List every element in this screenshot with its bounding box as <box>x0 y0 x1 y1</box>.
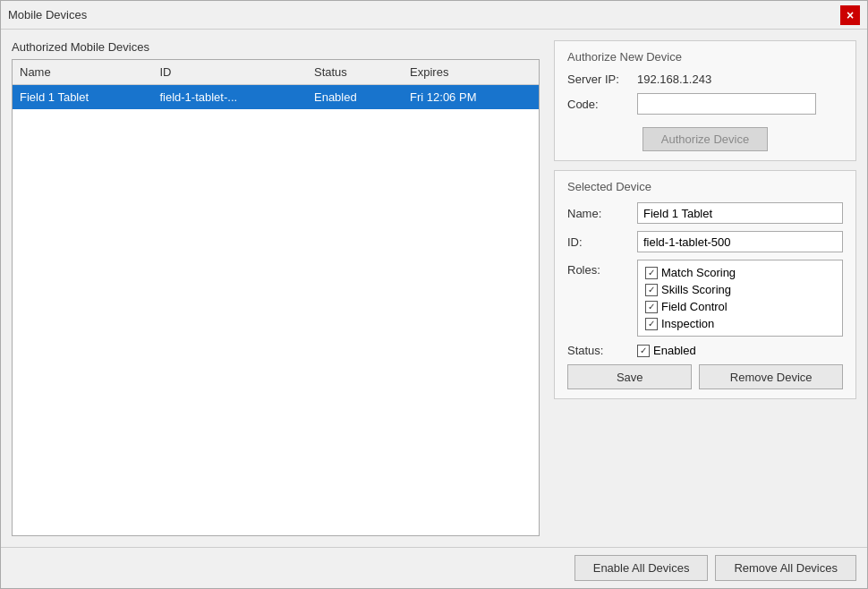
device-table: Name ID Status Expires Field 1 Tabletfie… <box>13 60 539 109</box>
right-panel: Authorize New Device Server IP: 192.168.… <box>554 40 856 536</box>
status-checkbox-container: ✓ Enabled <box>637 344 696 357</box>
device-name-input[interactable] <box>637 202 843 224</box>
device-id-input[interactable] <box>637 231 843 252</box>
authorize-section-title: Authorize New Device <box>567 50 843 64</box>
role-item: ✓Field Control <box>645 300 835 313</box>
server-ip-value: 192.168.1.243 <box>637 73 711 86</box>
left-panel: Authorized Mobile Devices Name ID Status… <box>12 40 540 536</box>
device-table-body: Field 1 Tabletfield-1-tablet-...EnabledF… <box>13 85 539 110</box>
role-checkbox[interactable]: ✓ <box>645 318 658 330</box>
status-value: Enabled <box>653 344 696 357</box>
mobile-devices-window: Mobile Devices × Authorized Mobile Devic… <box>0 0 868 589</box>
device-name-row: Name: <box>567 202 843 224</box>
server-ip-row: Server IP: 192.168.1.243 <box>567 73 843 86</box>
role-label: Match Scoring <box>661 266 736 279</box>
table-header-row: Name ID Status Expires <box>13 60 539 85</box>
window-title: Mobile Devices <box>8 8 87 21</box>
footer-buttons: Enable All Devices Remove All Devices <box>1 547 867 588</box>
col-expires: Expires <box>403 60 539 85</box>
code-label: Code: <box>567 98 630 111</box>
col-status: Status <box>307 60 403 85</box>
table-row[interactable]: Field 1 Tabletfield-1-tablet-...EnabledF… <box>13 85 539 110</box>
save-button[interactable]: Save <box>567 364 692 389</box>
col-name: Name <box>13 60 152 85</box>
device-name-label: Name: <box>567 207 630 220</box>
role-label: Inspection <box>661 317 714 330</box>
close-button[interactable]: × <box>840 5 860 25</box>
cell-status: Enabled <box>307 85 403 110</box>
server-ip-label: Server IP: <box>567 73 630 86</box>
title-bar: Mobile Devices × <box>1 1 867 30</box>
col-id: ID <box>152 60 307 85</box>
role-checkbox[interactable]: ✓ <box>645 284 658 296</box>
remove-all-button[interactable]: Remove All Devices <box>715 555 856 581</box>
role-label: Field Control <box>661 300 728 313</box>
remove-device-button[interactable]: Remove Device <box>699 364 843 389</box>
role-item: ✓Skills Scoring <box>645 283 835 296</box>
action-buttons: Save Remove Device <box>567 364 843 389</box>
cell-name: Field 1 Tablet <box>13 85 152 110</box>
selected-device-section: Selected Device Name: ID: Roles: ✓Match … <box>554 170 856 399</box>
code-row: Code: <box>567 93 843 115</box>
authorized-devices-title: Authorized Mobile Devices <box>12 40 540 54</box>
roles-box: ✓Match Scoring✓Skills Scoring✓Field Cont… <box>637 260 843 337</box>
cell-expires: Fri 12:06 PM <box>403 85 539 110</box>
status-row: Status: ✓ Enabled <box>567 344 843 357</box>
main-content: Authorized Mobile Devices Name ID Status… <box>1 30 867 547</box>
role-label: Skills Scoring <box>661 283 731 296</box>
status-checkbox[interactable]: ✓ <box>637 345 650 357</box>
code-input[interactable] <box>637 93 816 115</box>
role-checkbox[interactable]: ✓ <box>645 267 658 279</box>
role-checkbox[interactable]: ✓ <box>645 301 658 313</box>
device-id-label: ID: <box>567 235 630 249</box>
device-id-row: ID: <box>567 231 843 252</box>
selected-device-title: Selected Device <box>567 180 843 193</box>
status-label: Status: <box>567 344 630 357</box>
role-item: ✓Inspection <box>645 317 835 330</box>
authorize-device-button[interactable]: Authorize Device <box>642 127 768 151</box>
roles-label: Roles: <box>567 260 630 277</box>
roles-row-container: Roles: ✓Match Scoring✓Skills Scoring✓Fie… <box>567 260 843 337</box>
authorize-section: Authorize New Device Server IP: 192.168.… <box>554 40 856 161</box>
enable-all-button[interactable]: Enable All Devices <box>574 555 709 581</box>
device-table-container: Name ID Status Expires Field 1 Tabletfie… <box>12 59 540 536</box>
cell-id: field-1-tablet-... <box>152 85 307 110</box>
role-item: ✓Match Scoring <box>645 266 835 279</box>
